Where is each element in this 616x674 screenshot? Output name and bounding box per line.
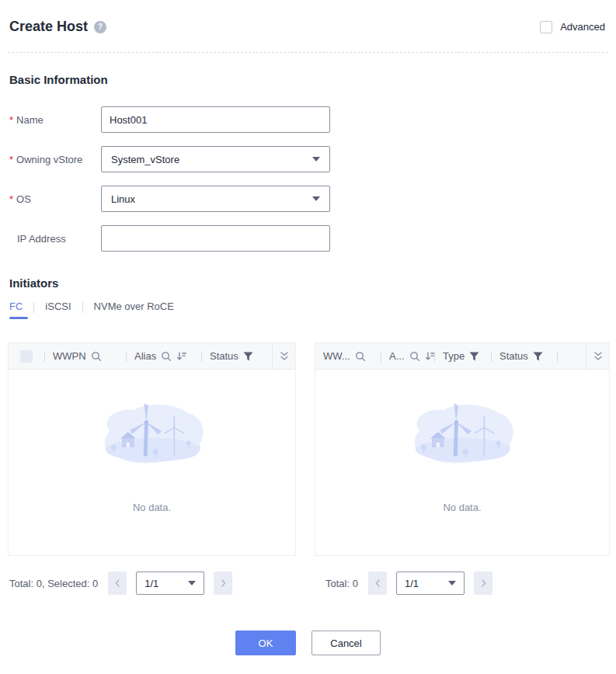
search-icon[interactable] [409,351,420,362]
cancel-button[interactable]: Cancel [311,631,381,655]
double-chevron-icon [280,351,289,361]
column-header-status: Status [202,350,269,362]
search-icon[interactable] [91,351,102,362]
page-indicator: 1/1 [144,578,158,589]
tab-separator [33,302,34,313]
form-row-name: *Name [9,106,616,133]
no-data-text: No data. [443,502,481,513]
advanced-checkbox-group[interactable]: Advanced [540,21,607,33]
chevron-down-icon [312,157,320,162]
available-table-pagination: Total: 0, Selected: 0 1/1 [8,572,296,595]
pagination-row: Total: 0, Selected: 0 1/1 Total: 0 1/1 [8,572,616,595]
dialog-footer: OK Cancel [0,631,616,655]
required-marker: * [9,154,13,165]
table-header: WWPN Alias Status [9,343,295,370]
filter-icon[interactable] [533,352,543,361]
filter-icon[interactable] [469,352,479,361]
page-select[interactable]: 1/1 [136,572,204,595]
owning-vstore-select[interactable]: System_vStore [101,146,330,172]
os-label: *OS [9,193,101,205]
column-separator [557,351,558,362]
ok-button[interactable]: OK [235,631,296,655]
dialog-header: Create Host ? Advanced [0,0,616,35]
advanced-label: Advanced [560,21,605,33]
available-initiators-table: WWPN Alias Status [8,342,296,556]
initiator-tabs: FC iSCSI NVMe over RoCE [9,301,616,319]
next-page-button[interactable] [214,572,232,595]
tab-nvme-over-roce[interactable]: NVMe over RoCE [94,301,174,319]
column-header-alias: A... [381,350,434,362]
basic-information-form: *Name *Owning vStore System_vStore *OS L… [9,106,616,252]
chevron-down-icon [448,581,456,585]
column-settings-button[interactable] [272,343,295,370]
column-header-status: Status [492,350,557,362]
no-data-illustration [404,390,520,475]
table-body-empty: No data. [315,370,609,555]
header-divider [8,52,608,53]
select-all-checkbox[interactable] [20,350,33,363]
prev-page-button[interactable] [368,572,387,595]
column-header-alias: Alias [127,350,201,362]
next-page-button[interactable] [474,572,492,595]
name-label: *Name [9,114,101,126]
no-data-text: No data. [133,502,171,513]
table-body-empty: No data. [9,370,295,555]
ip-address-input[interactable] [101,225,330,252]
required-marker: * [9,193,13,205]
advanced-checkbox[interactable] [540,21,552,33]
sort-icon[interactable] [425,351,435,361]
column-header-type: Type [435,350,491,362]
title-wrap: Create Host ? [9,19,106,35]
tab-iscsi[interactable]: iSCSI [45,301,71,319]
tab-fc[interactable]: FC [9,301,23,319]
total-selected-count: Total: 0, Selected: 0 [9,578,98,589]
search-icon[interactable] [355,351,366,362]
search-icon[interactable] [161,351,172,362]
selected-initiators-table: WW... A... Type Status [315,342,610,556]
filter-icon[interactable] [243,352,253,361]
sort-icon[interactable] [176,351,186,361]
form-row-owning-vstore: *Owning vStore System_vStore [9,146,616,172]
selected-table-pagination: Total: 0 1/1 [315,572,610,595]
initiator-tables: WWPN Alias Status [8,342,616,556]
tab-separator [82,302,83,313]
create-host-dialog: Create Host ? Advanced Basic Information… [0,0,616,655]
chevron-down-icon [188,581,196,585]
required-marker: * [9,114,13,126]
no-data-illustration [94,390,211,475]
form-row-os: *OS Linux [9,186,616,212]
os-select[interactable]: Linux [101,186,330,212]
page-select[interactable]: 1/1 [396,572,465,595]
total-count: Total: 0 [325,578,358,589]
os-value: Linux [111,193,135,205]
form-row-ip-address: IP Address [9,225,616,252]
ip-address-label: IP Address [9,233,101,245]
prev-page-button[interactable] [108,572,127,595]
basic-information-title: Basic Information [9,73,616,86]
page-indicator: 1/1 [405,578,419,589]
column-settings-button[interactable] [586,343,609,370]
owning-vstore-label: *Owning vStore [9,154,101,165]
table-header: WW... A... Type Status [315,343,609,370]
page-title: Create Host [9,19,88,35]
name-input[interactable] [101,106,330,133]
column-header-wwpn: WW... [315,350,381,362]
owning-vstore-value: System_vStore [111,154,179,165]
double-chevron-icon [593,351,603,361]
column-header-wwpn: WWPN [45,350,126,362]
initiators-title: Initiators [9,276,616,290]
help-icon[interactable]: ? [94,21,106,33]
chevron-down-icon [312,196,320,201]
